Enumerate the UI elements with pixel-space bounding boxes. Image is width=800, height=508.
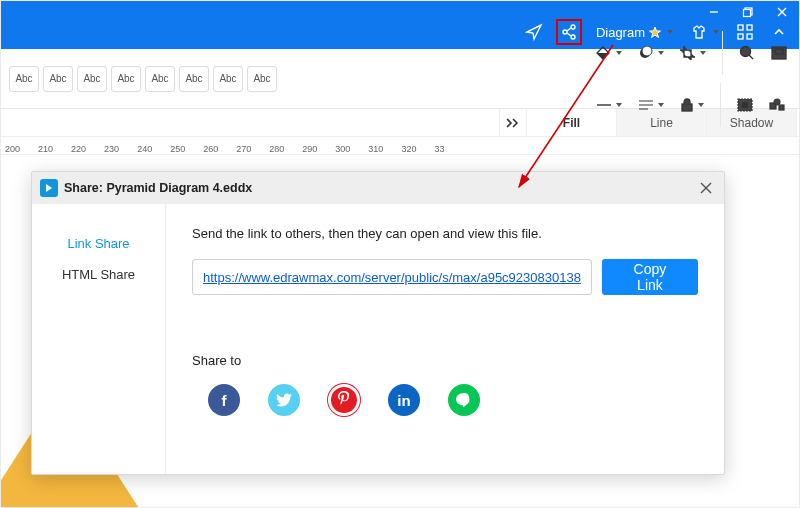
svg-line-18 xyxy=(749,55,753,59)
sidebar-item-html-share[interactable]: HTML Share xyxy=(32,259,165,290)
svg-point-6 xyxy=(563,30,567,34)
svg-point-5 xyxy=(571,25,575,29)
zoom-in-tool[interactable] xyxy=(739,45,755,61)
shadow-tool[interactable] xyxy=(638,46,664,60)
share-hint-text: Send the link to others, then they can o… xyxy=(192,226,698,241)
line-tool[interactable] xyxy=(596,102,622,108)
share-network-icons: f in xyxy=(192,384,698,416)
text-tool[interactable] xyxy=(638,98,664,112)
text-preset[interactable]: Abc xyxy=(111,66,141,92)
copy-link-button[interactable]: Copy Link xyxy=(602,259,698,295)
svg-rect-11 xyxy=(738,25,743,30)
lock-tool[interactable] xyxy=(680,98,704,112)
svg-rect-30 xyxy=(779,105,784,110)
svg-rect-25 xyxy=(682,104,692,111)
fit-page-tool[interactable] xyxy=(771,46,787,60)
svg-point-7 xyxy=(571,35,575,39)
collapse-panel-button[interactable] xyxy=(499,109,527,136)
svg-point-16 xyxy=(642,46,652,56)
text-preset[interactable]: Abc xyxy=(145,66,175,92)
text-preset[interactable]: Abc xyxy=(43,66,73,92)
share-dialog: Share: Pyramid Diagram 4.eddx Link Share… xyxy=(31,171,725,475)
share-to-label: Share to xyxy=(192,353,698,368)
line-icon[interactable] xyxy=(448,384,480,416)
share-main-panel: Send the link to others, then they can o… xyxy=(166,204,724,474)
svg-rect-2 xyxy=(744,10,751,17)
svg-rect-12 xyxy=(747,25,752,30)
svg-line-8 xyxy=(567,28,571,31)
svg-rect-20 xyxy=(775,49,783,54)
text-preset[interactable]: Abc xyxy=(247,66,277,92)
sidebar-item-link-share[interactable]: Link Share xyxy=(32,228,165,259)
group-tool[interactable] xyxy=(769,98,785,112)
send-icon[interactable] xyxy=(522,20,546,44)
share-dialog-title-bar: Share: Pyramid Diagram 4.eddx xyxy=(32,172,724,204)
linkedin-icon[interactable]: in xyxy=(388,384,420,416)
twitter-icon[interactable] xyxy=(268,384,300,416)
text-preset[interactable]: Abc xyxy=(179,66,209,92)
share-dialog-title: Share: Pyramid Diagram 4.eddx xyxy=(64,181,252,195)
share-link-text[interactable]: https://www.edrawmax.com/server/public/s… xyxy=(203,270,581,285)
share-button-highlighted[interactable] xyxy=(556,19,582,45)
toolbar: Abc Abc Abc Abc Abc Abc Abc Abc xyxy=(1,49,799,109)
text-preset[interactable]: Abc xyxy=(213,66,243,92)
text-preset[interactable]: Abc xyxy=(77,66,107,92)
share-link-field[interactable]: https://www.edrawmax.com/server/public/s… xyxy=(192,259,592,295)
share-sidebar: Link Share HTML Share xyxy=(32,204,166,474)
facebook-icon[interactable]: f xyxy=(208,384,240,416)
app-logo-icon xyxy=(40,179,58,197)
close-button[interactable] xyxy=(696,178,716,198)
horizontal-ruler: 2002102202302402502602702802903003103203… xyxy=(1,137,799,155)
pinterest-icon[interactable] xyxy=(328,384,360,416)
fill-tool[interactable] xyxy=(596,46,622,60)
svg-line-9 xyxy=(567,33,571,36)
svg-rect-27 xyxy=(742,102,748,108)
svg-point-29 xyxy=(774,99,780,105)
text-style-presets: Abc Abc Abc Abc Abc Abc Abc Abc xyxy=(9,66,277,92)
text-preset[interactable]: Abc xyxy=(9,66,39,92)
select-area-tool[interactable] xyxy=(737,98,753,112)
crop-tool[interactable] xyxy=(680,46,706,60)
